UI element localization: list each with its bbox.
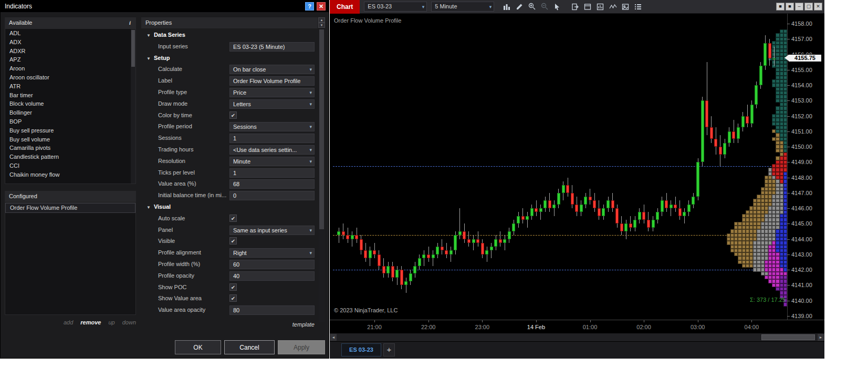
- zoom-out-icon[interactable]: [538, 2, 551, 12]
- property-input[interactable]: 80: [229, 305, 315, 315]
- property-input[interactable]: 40: [229, 271, 315, 281]
- property-group-header[interactable]: ▼Setup: [141, 53, 318, 64]
- property-checkbox[interactable]: ✔: [229, 111, 237, 119]
- collapse-icon[interactable]: ▼: [147, 33, 151, 38]
- add-action[interactable]: add: [64, 319, 73, 325]
- property-dropdown[interactable]: Same as input series▾: [229, 226, 315, 235]
- down-action[interactable]: down: [122, 319, 136, 325]
- properties-list-icon[interactable]: [632, 2, 644, 12]
- chart-scrollbar[interactable]: ◄ ►: [330, 333, 824, 341]
- available-indicator-item[interactable]: BOP: [5, 117, 135, 126]
- snapshot-icon[interactable]: [619, 2, 632, 12]
- property-input[interactable]: 1: [229, 168, 315, 178]
- available-indicator-item[interactable]: Chaikin money flow: [5, 170, 135, 179]
- property-dropdown[interactable]: <Use data series settin...▾: [229, 145, 315, 155]
- up-action[interactable]: up: [108, 319, 114, 325]
- available-indicator-item[interactable]: APZ: [5, 55, 135, 64]
- property-checkbox[interactable]: ✔: [229, 237, 237, 244]
- available-indicator-item[interactable]: ADL: [5, 29, 135, 38]
- available-indicator-item[interactable]: Camarilla pivots: [5, 144, 135, 152]
- scrollbar-thumb[interactable]: [319, 29, 324, 229]
- available-indicator-item[interactable]: Aroon: [5, 64, 135, 73]
- remove-action[interactable]: remove: [80, 319, 101, 325]
- close-icon[interactable]: ✕: [317, 2, 326, 11]
- available-indicator-item[interactable]: Bollinger: [5, 108, 135, 117]
- maximize-icon[interactable]: ▢: [804, 3, 813, 11]
- volume-profile-block: [780, 95, 783, 98]
- cancel-button[interactable]: Cancel: [224, 340, 275, 354]
- scroll-right-icon[interactable]: ►: [818, 334, 824, 341]
- available-indicator-item[interactable]: ATR: [5, 82, 135, 91]
- available-indicator-item[interactable]: Candlestick pattern: [5, 152, 135, 161]
- help-icon[interactable]: ?: [305, 2, 314, 11]
- property-dropdown[interactable]: Minute▾: [229, 157, 315, 166]
- configured-indicator-item[interactable]: Order Flow Volume Profile: [5, 203, 135, 213]
- properties-scrollbar[interactable]: [319, 29, 325, 322]
- volume-profile-block: [780, 56, 783, 60]
- scroll-down-icon[interactable]: ▼: [318, 23, 325, 28]
- info-icon[interactable]: i: [129, 17, 131, 28]
- volume-profile-block: [738, 233, 741, 237]
- available-scrollbar[interactable]: [131, 29, 135, 184]
- scroll-left-icon[interactable]: ◄: [330, 334, 337, 341]
- property-input[interactable]: 60: [229, 260, 315, 269]
- property-checkbox[interactable]: ✔: [229, 215, 237, 222]
- scrollbar-thumb[interactable]: [761, 334, 815, 340]
- interval-selector[interactable]: 5 Minute ▾: [431, 2, 494, 12]
- available-indicator-item[interactable]: Bar timer: [5, 91, 135, 100]
- chart-plot-area[interactable]: Order Flow Volume Profile © 2023 NinjaTr…: [330, 14, 824, 320]
- property-dropdown[interactable]: Right▾: [229, 248, 315, 258]
- volume-profile-block: [765, 245, 768, 249]
- bar-type-icon[interactable]: [594, 2, 606, 12]
- volume-profile-block: [772, 79, 776, 83]
- property-dropdown[interactable]: Letters▾: [229, 99, 315, 109]
- instrument-link-icon[interactable]: ■: [776, 3, 785, 11]
- property-checkbox[interactable]: ✔: [229, 283, 237, 291]
- property-input[interactable]: 1: [229, 134, 315, 143]
- property-input[interactable]: ES 03-23 (5 Minute): [229, 42, 315, 52]
- indicator-wave-icon[interactable]: [606, 2, 619, 12]
- property-group-header[interactable]: ▼Data Series: [141, 29, 318, 41]
- zoom-in-icon[interactable]: [526, 2, 538, 12]
- scroll-up-icon[interactable]: ▲: [318, 17, 325, 23]
- available-indicator-item[interactable]: Aroon oscillator: [5, 73, 135, 82]
- volume-profile-block: [738, 241, 741, 244]
- interval-link-icon[interactable]: ■: [786, 3, 794, 11]
- available-indicator-item[interactable]: ADX: [5, 38, 135, 47]
- ok-button[interactable]: OK: [175, 340, 221, 354]
- available-indicator-item[interactable]: Buy sell pressure: [5, 126, 135, 135]
- time-axis[interactable]: 21:0022:0023:0014 Feb01:0002:0003:0004:0…: [330, 320, 824, 333]
- chart-trader-icon[interactable]: [581, 2, 594, 12]
- property-group-header[interactable]: ▼Visual: [141, 201, 318, 213]
- available-indicator-item[interactable]: CCI: [5, 161, 135, 170]
- cursor-icon[interactable]: [551, 2, 563, 12]
- scrollbar-thumb[interactable]: [131, 30, 135, 67]
- volume-profile-block: [761, 218, 765, 221]
- property-input[interactable]: 68: [229, 179, 315, 189]
- chart-titlebar[interactable]: Chart ES 03-23 ▾ 5 Minute ▾: [330, 0, 824, 14]
- volume-profile-block: [753, 222, 757, 226]
- available-indicator-item[interactable]: ADXR: [5, 47, 135, 56]
- chart-style-icon[interactable]: [500, 2, 513, 12]
- volume-profile-block: [780, 276, 783, 279]
- minimize-icon[interactable]: –: [795, 3, 803, 11]
- property-dropdown[interactable]: Price▾: [229, 88, 315, 97]
- property-dropdown[interactable]: Sessions▾: [229, 122, 315, 131]
- tab-es-03-23[interactable]: ES 03-23: [341, 343, 381, 356]
- window-close-icon[interactable]: ✕: [814, 3, 822, 11]
- indicators-dialog-titlebar[interactable]: Indicators ? ✕: [1, 1, 329, 12]
- add-tab-button[interactable]: +: [383, 343, 395, 356]
- template-link[interactable]: template: [141, 321, 315, 328]
- collapse-icon[interactable]: ▼: [147, 56, 151, 61]
- available-indicator-item[interactable]: Buy sell volume: [5, 135, 135, 144]
- data-export-icon[interactable]: [569, 2, 581, 12]
- available-indicator-item[interactable]: Block volume: [5, 99, 135, 108]
- property-input[interactable]: 0: [229, 191, 315, 200]
- drawing-tools-icon[interactable]: [513, 2, 526, 12]
- instrument-selector[interactable]: ES 03-23 ▾: [364, 2, 427, 12]
- candle-body: [593, 200, 596, 208]
- property-dropdown[interactable]: On bar close▾: [229, 65, 315, 74]
- collapse-icon[interactable]: ▼: [147, 205, 151, 210]
- property-checkbox[interactable]: ✔: [229, 294, 237, 302]
- property-input[interactable]: Order Flow Volume Profile: [229, 76, 315, 86]
